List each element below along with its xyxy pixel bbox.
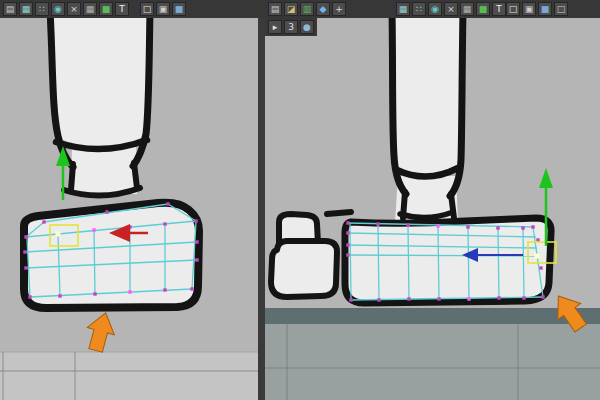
floor-left [0, 352, 258, 400]
text-tool-icon[interactable]: T [492, 2, 506, 16]
delete-icon[interactable]: × [67, 2, 81, 16]
view-cube-shaded-icon[interactable]: ▣ [156, 2, 170, 16]
toolbar-right-row2: ▸3● [265, 18, 317, 36]
select-arrow-icon[interactable]: ▸ [268, 20, 282, 34]
viewport-divider[interactable] [258, 0, 265, 400]
toolbar-left-cubes: □▣■ [140, 2, 186, 16]
delete-icon[interactable]: × [444, 2, 458, 16]
panel-menu-icon[interactable]: ▤ [3, 2, 17, 16]
selected-vertex-left[interactable] [56, 232, 61, 237]
paint-tool-icon[interactable]: ◪ [284, 2, 298, 16]
selected-vertex-right[interactable] [535, 254, 540, 259]
numeric-3-icon[interactable]: 3 [284, 20, 298, 34]
toolbar-right-cubes: □▣■□ [506, 2, 568, 16]
target-icon[interactable]: ◉ [428, 2, 442, 16]
view-cube-extra-icon[interactable]: □ [554, 2, 568, 16]
snap-grid-icon[interactable]: ▦ [396, 2, 410, 16]
toolbar-left-main: ▤▦∷◉×▦■T [3, 2, 129, 16]
view-cube-wireframe-icon[interactable]: □ [506, 2, 520, 16]
annotation-arrow-left [82, 309, 119, 354]
view-cube-shaded-icon[interactable]: ▣ [522, 2, 536, 16]
move-tool-icon[interactable]: + [332, 2, 346, 16]
view-cube-textured-icon[interactable]: ■ [172, 2, 186, 16]
vertex-mode-icon[interactable]: ∷ [35, 2, 49, 16]
grid-display-icon[interactable]: ▦ [460, 2, 474, 16]
model-heel[interactable] [271, 212, 351, 297]
grid-display-icon[interactable]: ▦ [83, 2, 97, 16]
snap-grid-icon[interactable]: ▦ [19, 2, 33, 16]
toolbar-right-tools: ▤◪▥◆+ [268, 2, 346, 16]
viewport-right[interactable] [265, 18, 600, 400]
model-leg-side[interactable] [392, 18, 463, 222]
gem-tool-icon[interactable]: ◆ [316, 2, 330, 16]
panel-menu-icon[interactable]: ▤ [268, 2, 282, 16]
view-cube-wireframe-icon[interactable]: □ [140, 2, 154, 16]
viewport-canvas-right[interactable] [265, 18, 600, 400]
ground-right [265, 308, 600, 400]
toolbar-right-main: ▦∷◉×▦■T [396, 2, 506, 16]
vertex-mode-icon[interactable]: ∷ [412, 2, 426, 16]
sphere-primitive-icon[interactable]: ● [300, 20, 314, 34]
toolbar: ▤▦∷◉×▦■T □▣■ ▤◪▥◆+ ▦∷◉×▦■T □▣■□ [0, 0, 600, 18]
target-icon[interactable]: ◉ [51, 2, 65, 16]
view-cube-textured-icon[interactable]: ■ [538, 2, 552, 16]
viewport-canvas-left[interactable] [0, 18, 258, 400]
app-window: ▤▦∷◉×▦■T □▣■ ▤◪▥◆+ ▦∷◉×▦■T □▣■□ ▸3● [0, 0, 600, 400]
model-leg-front[interactable] [50, 18, 150, 194]
material-swatch-icon[interactable]: ■ [476, 2, 490, 16]
text-tool-icon[interactable]: T [115, 2, 129, 16]
histogram-icon[interactable]: ▥ [300, 2, 314, 16]
viewport-left[interactable] [0, 18, 258, 400]
material-swatch-icon[interactable]: ■ [99, 2, 113, 16]
